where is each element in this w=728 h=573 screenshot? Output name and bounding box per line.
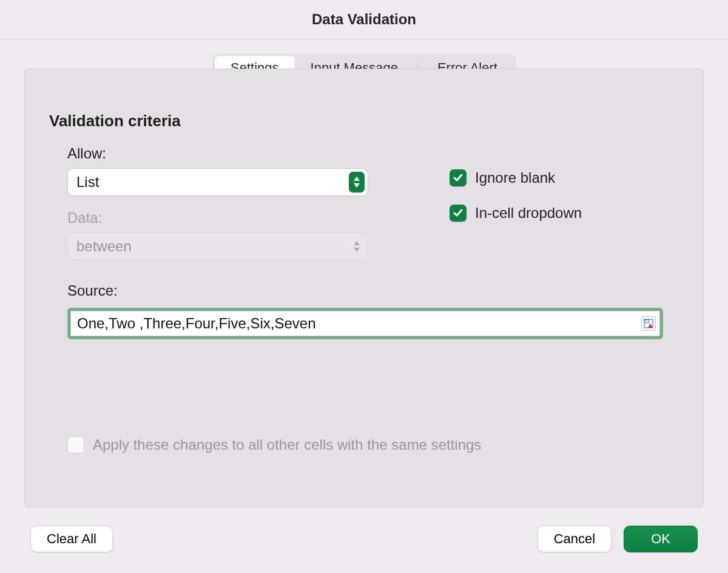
range-picker-icon — [644, 319, 653, 328]
check-icon — [453, 208, 463, 219]
source-label: Source: — [67, 282, 679, 299]
range-picker-button[interactable] — [641, 316, 656, 331]
apply-all-checkbox — [67, 436, 84, 453]
form-area: Allow: List Data: between — [49, 145, 679, 453]
data-select: between — [67, 232, 368, 260]
data-label: Data: — [67, 209, 383, 226]
allow-select[interactable]: List — [67, 168, 368, 196]
dialog-footer: Clear All Cancel OK — [0, 507, 728, 573]
source-input[interactable] — [70, 311, 660, 336]
check-icon — [453, 172, 463, 183]
data-validation-dialog: Data Validation Settings Input Message E… — [0, 0, 728, 573]
apply-all-label: Apply these changes to all other cells w… — [93, 436, 481, 453]
ignore-blank-label: Ignore blank — [475, 169, 555, 186]
allow-select-value: List — [76, 174, 99, 191]
data-select-value: between — [76, 238, 132, 255]
in-cell-dropdown-checkbox[interactable] — [450, 205, 467, 222]
svg-rect-1 — [645, 320, 649, 323]
section-title: Validation criteria — [49, 112, 679, 131]
clear-all-button[interactable]: Clear All — [30, 526, 113, 552]
settings-panel: Validation criteria Allow: List Data: — [24, 69, 704, 507]
source-field-wrap — [67, 308, 663, 339]
ignore-blank-checkbox[interactable] — [450, 169, 467, 186]
in-cell-dropdown-label: In-cell dropdown — [475, 205, 582, 222]
cancel-button[interactable]: Cancel — [538, 526, 612, 552]
allow-stepper-icon[interactable] — [349, 172, 365, 192]
allow-label: Allow: — [67, 145, 383, 162]
ok-button[interactable]: OK — [624, 526, 698, 552]
dialog-title: Data Validation — [0, 0, 728, 39]
data-stepper-icon — [349, 236, 365, 257]
